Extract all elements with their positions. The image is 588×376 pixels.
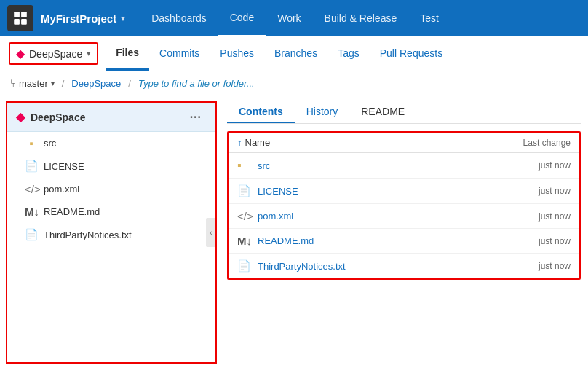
sidebar-more-icon[interactable]: ⋯ <box>189 110 201 124</box>
sidebar: ◆ DeepSpace ⋯ ▪ src 📄 LICENSE </> pom.xm… <box>6 101 217 364</box>
tab-history[interactable]: History <box>295 101 350 123</box>
file-table-header: ↑ Name Last change <box>229 133 579 153</box>
sidebar-item-license[interactable]: 📄 LICENSE <box>7 154 215 178</box>
sidebar-collapse-handle[interactable]: ‹ <box>206 218 216 247</box>
file-search-input[interactable]: Type to find a file or folder... <box>138 78 255 89</box>
file-icon-license: 📄 <box>237 184 252 197</box>
nav-item-dashboards[interactable]: Dashboards <box>140 0 218 36</box>
project-name[interactable]: MyFirstProject ▾ <box>41 12 125 25</box>
sidebar-repo-name: DeepSpace <box>31 111 85 123</box>
column-last-change-header: Last change <box>483 138 571 148</box>
breadcrumb-path-sep: / <box>128 78 131 89</box>
file-name-pom: pom.xml <box>258 211 483 222</box>
nav-item-code[interactable]: Code <box>218 0 266 36</box>
top-nav-items: Dashboards Code Work Build & Release Tes… <box>140 0 450 36</box>
file-row-pom[interactable]: </> pom.xml just now <box>229 204 579 229</box>
sidebar-header[interactable]: ◆ DeepSpace ⋯ <box>7 103 215 132</box>
nav-item-build-release[interactable]: Build & Release <box>313 0 409 36</box>
file-name-readme: README.md <box>258 235 483 246</box>
sidebar-item-readme[interactable]: M↓ README.md <box>7 200 215 223</box>
content-tabs: Contents History README <box>227 101 581 124</box>
code-icon-pom: </> <box>237 210 252 222</box>
code-icon: </> <box>25 183 38 195</box>
last-change-src: just now <box>483 160 571 171</box>
file-row-readme[interactable]: M↓ README.md just now <box>229 229 579 254</box>
file-icon-2: 📄 <box>25 228 38 241</box>
project-chevron-icon: ▾ <box>121 14 125 23</box>
repo-chevron-icon: ▾ <box>87 49 91 58</box>
second-nav-commits[interactable]: Commits <box>149 36 210 71</box>
sidebar-item-src-label: src <box>44 138 56 149</box>
svg-rect-1 <box>21 12 27 17</box>
second-nav-branches[interactable]: Branches <box>264 36 327 71</box>
sidebar-repo-diamond-icon: ◆ <box>16 110 25 124</box>
sidebar-item-pom-label: pom.xml <box>44 184 79 195</box>
right-panel: Contents History README ↑ Name Last chan… <box>217 95 588 369</box>
last-change-pom: just now <box>483 211 571 222</box>
column-name-header: Name <box>245 137 484 148</box>
markdown-icon: M↓ <box>25 205 38 218</box>
second-nav-files[interactable]: Files <box>106 36 149 71</box>
svg-rect-0 <box>14 12 20 17</box>
tab-readme[interactable]: README <box>349 101 416 123</box>
file-name-src: src <box>258 160 483 171</box>
file-row-license[interactable]: 📄 LICENSE just now <box>229 179 579 204</box>
second-nav-pushes[interactable]: Pushes <box>210 36 264 71</box>
top-nav-bar: MyFirstProject ▾ Dashboards Code Work Bu… <box>0 0 588 36</box>
second-nav-items: Files Commits Pushes Branches Tags Pull … <box>106 36 453 71</box>
file-row-src[interactable]: ▪ src just now <box>229 153 579 179</box>
sidebar-item-thirdparty-label: ThirdPartyNotices.txt <box>44 230 132 240</box>
folder-icon: ▪ <box>25 137 38 149</box>
repo-name: DeepSpace <box>29 48 82 60</box>
sidebar-item-pom[interactable]: </> pom.xml <box>7 178 215 200</box>
file-name-thirdparty: ThirdPartyNotices.txt <box>258 261 483 272</box>
main-content: ◆ DeepSpace ⋯ ▪ src 📄 LICENSE </> pom.xm… <box>0 95 588 369</box>
sidebar-item-thirdparty[interactable]: 📄 ThirdPartyNotices.txt <box>7 223 215 246</box>
collapse-icon: ‹ <box>210 229 212 237</box>
svg-rect-2 <box>14 19 20 25</box>
last-change-readme: just now <box>483 236 571 246</box>
app-icon[interactable] <box>7 5 33 31</box>
branch-bar: ⑂ master ▾ / DeepSpace / Type to find a … <box>0 71 588 95</box>
tab-contents[interactable]: Contents <box>227 101 295 123</box>
sidebar-item-src[interactable]: ▪ src <box>7 132 215 154</box>
sidebar-item-license-label: LICENSE <box>44 161 84 172</box>
branch-name: master <box>19 78 48 89</box>
second-nav-tags[interactable]: Tags <box>327 36 370 71</box>
branch-chevron-icon: ▾ <box>51 79 55 87</box>
file-table: ↑ Name Last change ▪ src just now 📄 LICE… <box>227 131 581 280</box>
sidebar-item-readme-label: README.md <box>44 206 100 217</box>
sort-icon: ↑ <box>237 137 242 148</box>
last-change-thirdparty: just now <box>483 261 571 271</box>
repo-selector[interactable]: ◆ DeepSpace ▾ <box>9 42 98 65</box>
last-change-license: just now <box>483 186 571 196</box>
project-name-label: MyFirstProject <box>41 12 116 25</box>
nav-item-test[interactable]: Test <box>408 0 450 36</box>
md-icon-readme: M↓ <box>237 235 252 247</box>
branch-icon: ⑂ <box>10 77 16 89</box>
file-icon: 📄 <box>25 160 38 173</box>
folder-icon-src: ▪ <box>237 159 252 172</box>
second-nav-bar: ◆ DeepSpace ▾ Files Commits Pushes Branc… <box>0 36 588 71</box>
file-row-thirdparty[interactable]: 📄 ThirdPartyNotices.txt just now <box>229 254 579 278</box>
repo-diamond-icon: ◆ <box>16 47 25 60</box>
branch-selector[interactable]: ⑂ master ▾ <box>10 77 55 89</box>
file-icon-thirdparty: 📄 <box>237 259 252 273</box>
breadcrumb-repo-link[interactable]: DeepSpace <box>71 78 121 89</box>
svg-rect-3 <box>21 19 27 25</box>
breadcrumb-separator: / <box>62 78 65 89</box>
file-name-license: LICENSE <box>258 186 483 197</box>
nav-item-work[interactable]: Work <box>266 0 312 36</box>
second-nav-pull-requests[interactable]: Pull Requests <box>370 36 453 71</box>
